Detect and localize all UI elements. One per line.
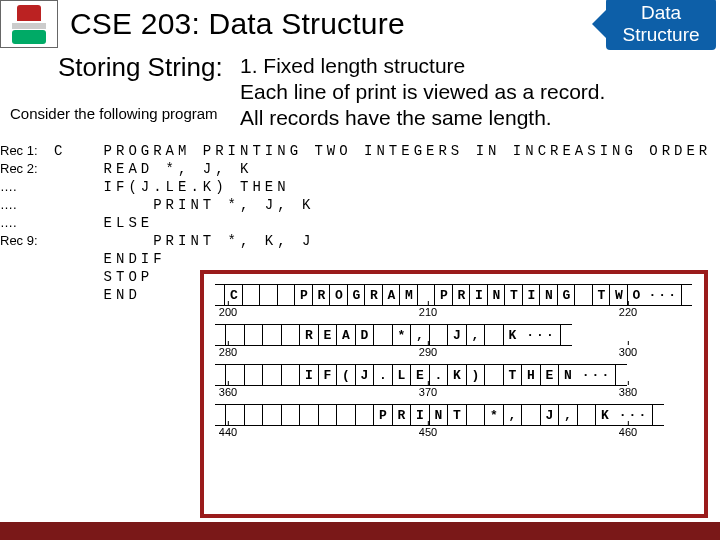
footer-bar [0, 522, 720, 540]
badge-data-structure: Data Structure [606, 0, 716, 50]
tape-row-2: READ*,J,K···280290300 [216, 324, 692, 362]
prog-line-3: IF(J.LE.K) THEN [54, 178, 711, 196]
prog-line-7: ENDIF [54, 250, 711, 268]
prog-line-6: PRINT *, K, J [54, 232, 711, 250]
prog-line-1: C PROGRAM PRINTING TWO INTEGERS IN INCRE… [54, 142, 711, 160]
header: CSE 203: Data Structure Data Structure [0, 0, 720, 48]
rec-label-4: …. [0, 196, 52, 214]
slide: CSE 203: Data Structure Data Structure S… [0, 0, 720, 540]
rec-label-2: Rec 2: [0, 160, 52, 178]
page-title: CSE 203: Data Structure [70, 7, 405, 41]
memory-diagram: CPROGRAMPRINTINGTWO···200210220 READ*,J,… [200, 270, 708, 518]
explain-block-1: 1. Fixed length structure Each line of p… [240, 53, 710, 131]
tape-row-4: PRINT*,J,K···440450460 [216, 404, 692, 442]
record-labels: Rec 1: Rec 2: …. …. …. Rec 9: [0, 140, 52, 306]
prog-line-4: PRINT *, J, K [54, 196, 711, 214]
rec-label-8: Rec 9: [0, 232, 52, 250]
rec-label-1: Rec 1: [0, 142, 52, 160]
tape-row-3: IF(J.LE.K)THEN···360370380 [216, 364, 692, 402]
consider-text: Consider the following program [10, 105, 240, 122]
rec-label-3: …. [0, 178, 52, 196]
explain-line-3: All records have the same length. [240, 106, 552, 129]
explain-line-2: Each line of print is viewed as a record… [240, 80, 605, 103]
rec-label-7: …. [0, 214, 52, 232]
explain-line-1: 1. Fixed length structure [240, 54, 465, 77]
tape-row-1: CPROGRAMPRINTINGTWO···200210220 [216, 284, 692, 322]
prog-line-2: READ *, J, K [54, 160, 711, 178]
logo [0, 0, 58, 48]
prog-line-5: ELSE [54, 214, 711, 232]
